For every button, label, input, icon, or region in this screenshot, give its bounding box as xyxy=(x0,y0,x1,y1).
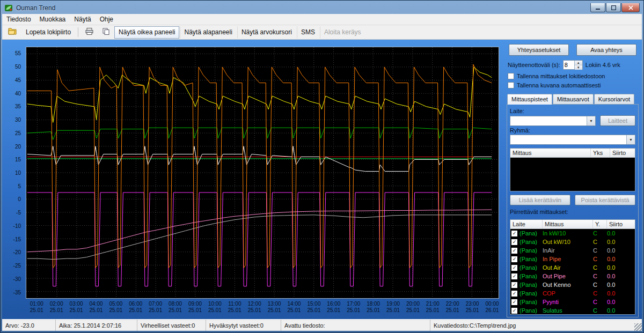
menu-tiedosto[interactable]: Tiedosto xyxy=(2,14,35,24)
x-tick-label: 09:0025.01 xyxy=(188,301,202,314)
open-folder-icon xyxy=(8,28,17,36)
menu-ohje[interactable]: Ohje xyxy=(96,14,118,24)
row-checkbox[interactable]: ✓ xyxy=(511,291,517,297)
row-device-label: (Pana) xyxy=(519,230,537,236)
plotted-measurement-row[interactable]: ✓(Pana)Out KennoC0.0 xyxy=(510,280,635,289)
y-tick-label: 35 xyxy=(15,103,21,109)
plotted-measurement-row[interactable]: ✓(Pana)Out PipeC0.0 xyxy=(510,272,635,280)
tab-kursoriarvot[interactable]: Kursoriarvot xyxy=(594,94,634,105)
x-tick-label: 21:0025.01 xyxy=(426,301,440,314)
row-device-label: (Pana) xyxy=(519,307,537,314)
column-header-siirto[interactable]: Siirto xyxy=(610,149,635,157)
device-combobox[interactable]: ▼ xyxy=(510,116,596,126)
y-tick-label: 0 xyxy=(18,196,21,202)
row-measurement-name: COP xyxy=(543,290,593,297)
y-tick-label: -25 xyxy=(13,263,21,269)
row-checkbox[interactable]: ✓ xyxy=(511,265,517,271)
x-tick-label: 00:0026.01 xyxy=(486,301,499,314)
save-log-checkbox[interactable] xyxy=(508,73,514,79)
connection-settings-button[interactable]: Yhteysasetukset xyxy=(509,44,569,56)
status-value: Arvo: -23.0 xyxy=(2,320,56,331)
status-invalid-responses: Virheelliset vasteet:0 xyxy=(137,320,206,331)
statusbar: Arvo: -23.0 Aika: 25.1.2014 2:07:16 Virh… xyxy=(2,319,642,331)
tab-mittauspisteet[interactable]: Mittauspisteet xyxy=(507,94,552,105)
close-button[interactable] xyxy=(621,3,640,12)
row-checkbox[interactable]: ✓ xyxy=(511,248,517,254)
resize-grip[interactable] xyxy=(634,323,642,331)
maximize-button[interactable] xyxy=(606,3,621,12)
row-checkbox[interactable]: ✓ xyxy=(511,282,517,288)
row-checkbox[interactable]: ✓ xyxy=(511,308,517,314)
series-out-air xyxy=(27,67,492,122)
open-file-button[interactable] xyxy=(4,26,21,39)
window-title: Ouman Trend xyxy=(16,4,55,12)
plotted-measurement-row[interactable]: ✓(Pana)PyyntiC0.0 xyxy=(510,298,635,306)
devices-button[interactable]: Laitteet xyxy=(600,115,635,126)
plotted-measurement-row[interactable]: ✓(Pana)COPC0.0 xyxy=(510,289,635,298)
x-tick-label: 06:0025.01 xyxy=(129,301,142,314)
row-device-label: (Pana) xyxy=(519,247,537,254)
row-checkbox[interactable]: ✓ xyxy=(511,231,517,236)
row-checkbox[interactable]: ✓ xyxy=(511,299,517,305)
remove-from-collect-button[interactable]: Poista kerättävistä xyxy=(575,195,635,205)
toggle-value-cursor-button[interactable]: Näytä arvokursori xyxy=(237,26,296,39)
plotted-column-header[interactable]: Y. xyxy=(593,220,607,228)
plotted-measurement-row[interactable]: ✓(Pana)Out kW/10C0.0 xyxy=(510,238,635,246)
toolbar-separator xyxy=(78,27,78,37)
plotted-measurement-row[interactable]: ✓(Pana)SulatusC0.0 xyxy=(510,306,635,314)
row-measurement-name: Out Pipe xyxy=(543,273,593,279)
y-tick-label: 50 xyxy=(15,64,21,70)
toolbar: Lopeta lokipiirto Näytä oikea paneeli Nä… xyxy=(2,25,642,40)
menu-nayta[interactable]: Näytä xyxy=(70,14,95,24)
plotted-measurement-row[interactable]: ✓(Pana)In PipeC0.0 xyxy=(510,255,635,263)
stop-log-button[interactable]: Lopeta lokipiirto xyxy=(21,26,75,39)
row-unit: C xyxy=(593,307,607,314)
plotted-measurement-row[interactable]: ✓(Pana)InAirC0.0 xyxy=(510,246,635,255)
trend-chart[interactable] xyxy=(26,47,499,299)
spin-up-icon[interactable]: ▲ xyxy=(575,61,582,65)
plotted-column-header[interactable]: Mittaus xyxy=(543,220,593,228)
available-measurements-list: Mittaus Yks Siirto xyxy=(510,148,635,191)
toggle-bottom-panel-button[interactable]: Näytä alapaneeli xyxy=(180,26,236,39)
main-area: 5550454035302520151050-5-10-15-20-25-30-… xyxy=(2,40,642,319)
plotted-column-header[interactable]: Laite xyxy=(510,220,543,228)
chevron-down-icon[interactable]: ▼ xyxy=(587,116,595,125)
sms-button[interactable]: SMS xyxy=(297,26,319,39)
series-inair xyxy=(27,215,492,260)
open-connection-button[interactable]: Avaa yhteys xyxy=(576,44,636,56)
x-tick-label: 01:0025.01 xyxy=(30,301,43,314)
copy-button[interactable] xyxy=(98,26,114,39)
plotted-measurement-row[interactable]: ✓(Pana)In kW/10C0.0 xyxy=(510,229,635,238)
start-collection-button[interactable]: Aloita keräys xyxy=(320,26,365,39)
x-tick-label: 05:0025.01 xyxy=(109,301,122,314)
add-to-collect-button[interactable]: Lisää kerättäviin xyxy=(510,195,570,205)
titlebar[interactable]: Ouman Trend xyxy=(2,1,642,14)
row-unit: C xyxy=(593,256,607,262)
plotted-column-header[interactable]: Siirto xyxy=(607,220,635,228)
minimize-button[interactable] xyxy=(590,3,605,12)
row-checkbox[interactable]: ✓ xyxy=(511,256,517,262)
column-header-yks[interactable]: Yks xyxy=(591,149,610,157)
chevron-down-icon[interactable]: ▼ xyxy=(626,135,635,144)
column-header-mittaus[interactable]: Mittaus xyxy=(510,149,591,157)
row-shift: 0.0 xyxy=(607,230,635,236)
save-image-checkbox[interactable] xyxy=(508,82,514,88)
row-measurement-name: In kW/10 xyxy=(543,230,593,236)
spin-down-icon[interactable]: ▼ xyxy=(575,65,582,70)
x-tick-label: 10:0025.01 xyxy=(208,301,222,314)
plotted-measurement-row[interactable]: ✓(Pana)Out AirC0.0 xyxy=(510,263,635,272)
row-measurement-name: Pyynti xyxy=(543,299,593,305)
row-checkbox[interactable]: ✓ xyxy=(511,273,517,279)
x-tick-label: 19:0025.01 xyxy=(386,301,400,314)
menu-muokkaa[interactable]: Muokkaa xyxy=(35,14,70,24)
sample-interval-input[interactable] xyxy=(564,61,574,69)
tab-mittausarvot[interactable]: Mittausarvot xyxy=(553,94,594,105)
group-combobox[interactable]: ▼ xyxy=(510,135,635,145)
row-measurement-name: Out Kenno xyxy=(543,282,593,288)
row-checkbox[interactable]: ✓ xyxy=(511,239,517,245)
print-button[interactable] xyxy=(81,26,98,39)
available-measurements-body[interactable] xyxy=(510,158,635,191)
save-image-label: Tallenna kuvana automaattisesti xyxy=(517,82,601,88)
toggle-right-panel-button[interactable]: Näytä oikea paneeli xyxy=(114,26,179,39)
y-tick-label: 45 xyxy=(15,77,21,83)
